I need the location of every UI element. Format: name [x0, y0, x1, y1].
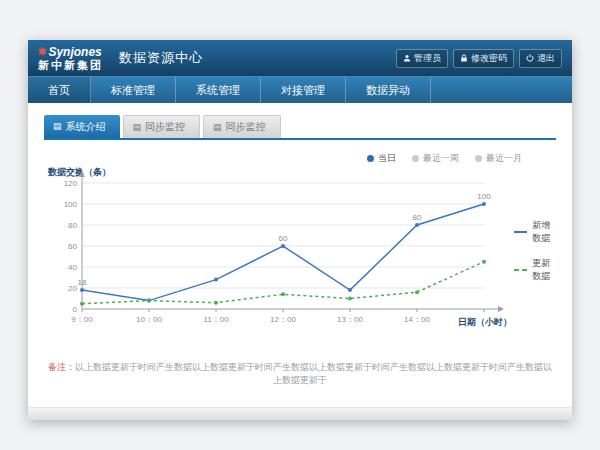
nav-item-label: 首页 — [48, 83, 70, 98]
nav-item-connect-mgmt[interactable]: 对接管理 — [261, 77, 346, 103]
svg-text:9：00: 9：00 — [71, 315, 93, 324]
radio-dot-icon — [475, 155, 482, 162]
content-area: ▤ 系统介绍 ▤ 同步监控 ▤ 同步监控 当日 最近一周 — [28, 103, 572, 407]
svg-text:60: 60 — [68, 242, 77, 251]
logout-label: 退出 — [537, 52, 555, 65]
svg-text:80: 80 — [413, 213, 422, 222]
svg-text:18: 18 — [78, 278, 87, 287]
svg-text:100: 100 — [477, 192, 491, 201]
dashed-line-icon — [514, 269, 527, 271]
nav-item-home[interactable]: 首页 — [28, 77, 91, 103]
admin-user-button[interactable]: 管理员 — [396, 49, 448, 68]
svg-text:120: 120 — [64, 179, 78, 188]
legend-item-new-data[interactable]: 新增数据 — [514, 219, 556, 245]
filter-last-week[interactable]: 最近一周 — [412, 152, 459, 165]
nav-item-system-mgmt[interactable]: 系统管理 — [176, 77, 261, 103]
filter-label: 最近一周 — [423, 152, 459, 165]
tab-sync-monitor-1[interactable]: ▤ 同步监控 — [123, 115, 201, 138]
tab-system-intro[interactable]: ▤ 系统介绍 — [44, 115, 120, 138]
svg-text:60: 60 — [279, 234, 288, 243]
document-icon: ▤ — [53, 122, 62, 131]
page-title: 数据资源中心 — [119, 49, 203, 67]
svg-text:日期（小时）: 日期（小时） — [458, 317, 512, 327]
main-nav: 首页 标准管理 系统管理 对接管理 数据异动 — [28, 76, 572, 103]
tab-label: 系统介绍 — [66, 120, 106, 134]
svg-text:数据交换（条）: 数据交换（条） — [47, 167, 111, 177]
header-actions: 管理员 修改密码 退出 — [396, 49, 562, 68]
window-footer — [28, 407, 572, 420]
svg-text:13：00: 13：00 — [337, 315, 363, 324]
nav-item-label: 对接管理 — [281, 83, 325, 98]
filter-today[interactable]: 当日 — [367, 152, 396, 165]
logo-subtitle: 新中新集团 — [38, 60, 103, 71]
user-icon — [403, 54, 411, 62]
change-password-label: 修改密码 — [471, 52, 507, 65]
line-chart: 数据交换（条）0204060801001209：0010：0011：0012：0… — [44, 165, 514, 337]
change-password-button[interactable]: 修改密码 — [453, 49, 514, 68]
nav-item-standard-mgmt[interactable]: 标准管理 — [91, 77, 176, 103]
company-logo: ✱ Synjones 新中新集团 — [38, 46, 103, 71]
footnote-prefix: 备注： — [48, 362, 75, 372]
svg-text:12：00: 12：00 — [270, 315, 296, 324]
filter-label: 当日 — [378, 152, 396, 165]
filter-label: 最近一月 — [486, 152, 522, 165]
svg-text:80: 80 — [68, 221, 77, 230]
nav-item-label: 标准管理 — [111, 83, 155, 98]
tab-label: 同步监控 — [145, 120, 185, 134]
legend-label: 新增数据 — [532, 219, 556, 245]
tab-label: 同步监控 — [226, 120, 266, 134]
nav-item-label: 系统管理 — [196, 83, 240, 98]
lock-icon — [460, 54, 468, 62]
nav-item-data-change[interactable]: 数据异动 — [346, 77, 431, 103]
footnote: 备注：以上数据更新于时间产生数据以上数据更新于时间产生数据以上数据更新于时间产生… — [44, 361, 556, 387]
svg-text:0: 0 — [73, 305, 78, 314]
svg-text:20: 20 — [68, 284, 77, 293]
svg-text:40: 40 — [68, 263, 77, 272]
logo-wordmark: ✱ Synjones — [38, 46, 103, 58]
radio-dot-icon — [367, 155, 374, 162]
nav-item-label: 数据异动 — [366, 83, 410, 98]
document-icon: ▤ — [133, 123, 142, 132]
legend-label: 更新数据 — [532, 257, 556, 283]
filter-last-month[interactable]: 最近一月 — [475, 152, 522, 165]
tab-bar: ▤ 系统介绍 ▤ 同步监控 ▤ 同步监控 — [44, 115, 556, 140]
logout-button[interactable]: 退出 — [519, 49, 562, 68]
logo-text: Synjones — [48, 46, 101, 58]
chart-legend: 新增数据 更新数据 — [514, 219, 556, 283]
footnote-text: 以上数据更新于时间产生数据以上数据更新于时间产生数据以上数据更新于时间产生数据以… — [75, 362, 552, 385]
svg-text:10：00: 10：00 — [136, 315, 162, 324]
period-filters: 当日 最近一周 最近一月 — [44, 152, 522, 165]
app-header: ✱ Synjones 新中新集团 数据资源中心 管理员 修改密码 — [28, 40, 572, 76]
radio-dot-icon — [412, 155, 419, 162]
svg-text:100: 100 — [64, 200, 78, 209]
document-icon: ▤ — [213, 123, 222, 132]
svg-text:11：00: 11：00 — [203, 315, 229, 324]
app-window: ✱ Synjones 新中新集团 数据资源中心 管理员 修改密码 — [28, 40, 572, 420]
logo-flower-icon: ✱ — [38, 47, 46, 57]
legend-item-updated-data[interactable]: 更新数据 — [514, 257, 556, 283]
power-icon — [526, 54, 534, 62]
tab-sync-monitor-2[interactable]: ▤ 同步监控 — [203, 115, 281, 138]
svg-text:14：00: 14：00 — [404, 315, 430, 324]
chart-panel: 数据交换（条）0204060801001209：0010：0011：0012：0… — [44, 165, 556, 337]
solid-line-icon — [514, 231, 527, 233]
admin-user-label: 管理员 — [414, 52, 441, 65]
